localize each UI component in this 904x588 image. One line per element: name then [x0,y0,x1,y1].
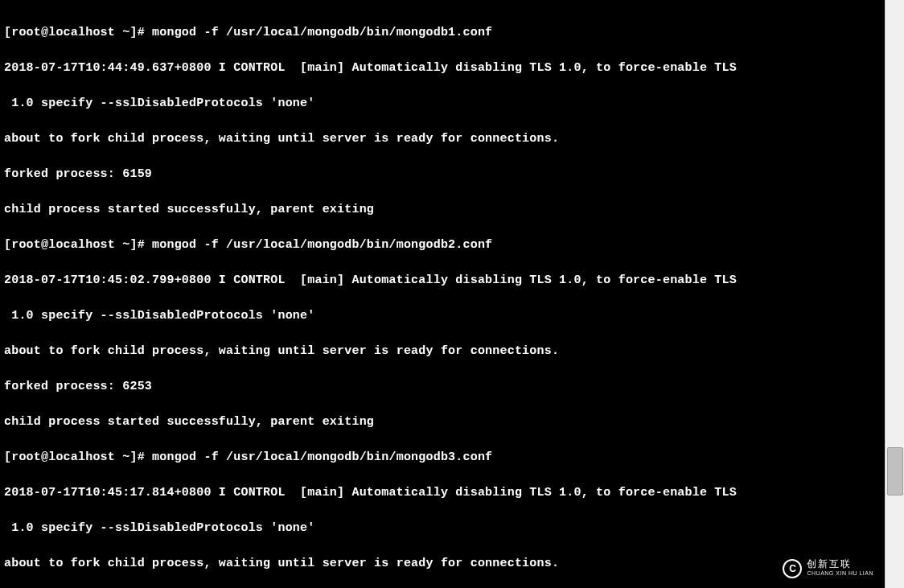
shell-prompt: [root@localhost ~]# [4,450,152,464]
watermark-subtitle-en: CHUANG XIN HU LIAN [807,569,873,578]
cmd-line-1: [root@localhost ~]# mongod -f /usr/local… [4,24,881,42]
scrollbar-thumb[interactable] [887,447,903,495]
watermark-badge: C 创新互联 CHUANG XIN HU LIAN [775,554,881,583]
command-text: mongod -f /usr/local/mongodb/bin/mongodb… [152,238,492,252]
output-line: 1.0 specify --sslDisabledProtocols 'none… [4,307,881,325]
shell-prompt: [root@localhost ~]# [4,238,152,252]
terminal-output[interactable]: [root@localhost ~]# mongod -f /usr/local… [0,0,885,588]
output-line: 1.0 specify --sslDisabledProtocols 'none… [4,520,881,537]
output-line: forked process: 6253 [4,378,881,396]
output-line: forked process: 6159 [4,166,881,183]
output-line: 2018-07-17T10:45:02.799+0800 I CONTROL [… [4,272,881,290]
watermark-icon: C [783,559,802,578]
cmd-line-2: [root@localhost ~]# mongod -f /usr/local… [4,236,881,254]
command-text: mongod -f /usr/local/mongodb/bin/mongodb… [152,450,492,464]
watermark-title-zh: 创新互联 [807,559,873,569]
command-text: mongod -f /usr/local/mongodb/bin/mongodb… [152,26,492,39]
scrollbar-track[interactable] [885,0,904,588]
output-line: about to fork child process, waiting unt… [4,130,881,148]
output-line: about to fork child process, waiting unt… [4,343,881,360]
output-line: 2018-07-17T10:45:17.814+0800 I CONTROL [… [4,484,881,502]
watermark-icon-letter: C [789,560,796,578]
output-line: child process started successfully, pare… [4,413,881,431]
watermark-text: 创新互联 CHUANG XIN HU LIAN [807,559,873,578]
cmd-line-3: [root@localhost ~]# mongod -f /usr/local… [4,449,881,467]
output-line: 2018-07-17T10:44:49.637+0800 I CONTROL [… [4,60,881,77]
output-line: about to fork child process, waiting unt… [4,555,881,573]
output-line: 1.0 specify --sslDisabledProtocols 'none… [4,95,881,113]
output-line: child process started successfully, pare… [4,201,881,219]
shell-prompt: [root@localhost ~]# [4,26,152,39]
